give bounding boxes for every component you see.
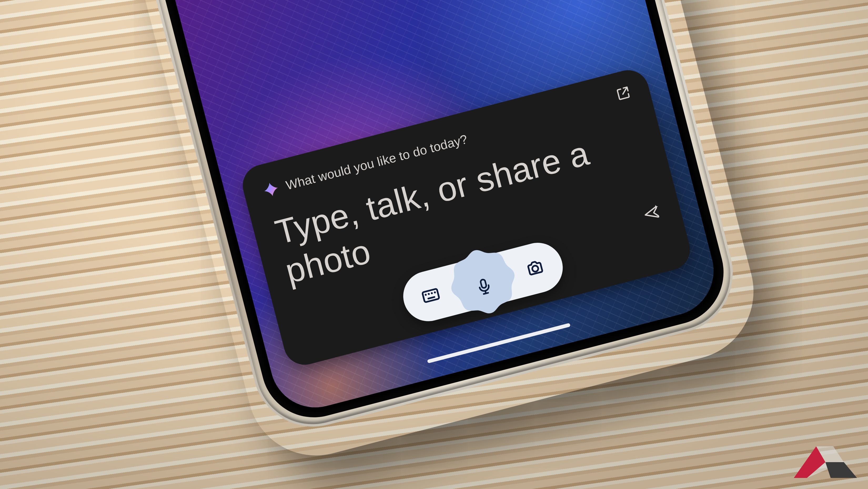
open-external-icon — [614, 84, 633, 103]
svg-line-5 — [428, 297, 434, 298]
send-button[interactable] — [639, 201, 664, 226]
phone: What would you like to do today? Type, t… — [46, 0, 746, 440]
svg-marker-10 — [826, 462, 857, 478]
phone-wrapper: What would you like to do today? Type, t… — [46, 0, 746, 440]
camera-icon — [524, 257, 547, 280]
scene-root: What would you like to do today? Type, t… — [0, 0, 868, 489]
send-sparkle-icon — [641, 203, 662, 224]
watermark-logo — [791, 444, 860, 483]
svg-rect-0 — [422, 289, 439, 302]
svg-rect-7 — [480, 279, 487, 288]
svg-point-6 — [532, 265, 539, 272]
keyboard-icon — [419, 284, 442, 307]
sparkle-icon — [262, 180, 280, 199]
